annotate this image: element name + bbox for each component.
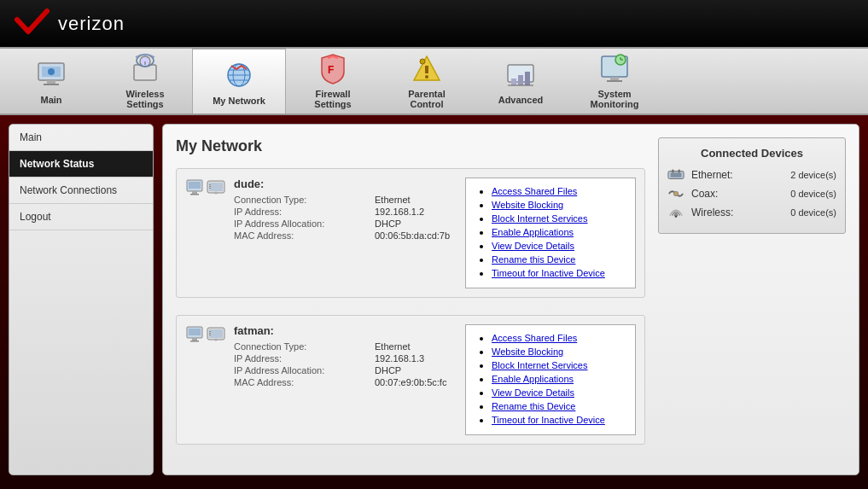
svg-rect-32 — [192, 191, 197, 194]
svg-rect-31 — [189, 182, 201, 189]
link-enable-apps-fatman[interactable]: Enable Applications — [492, 374, 574, 384]
link-website-blocking-fatman[interactable]: Website Blocking — [492, 346, 563, 357]
content-area: My Network — [162, 124, 859, 475]
list-item: Enable Applications — [492, 226, 625, 238]
link-view-details-dude[interactable]: View Device Details — [492, 241, 574, 251]
svg-rect-49 — [209, 335, 211, 335]
nav-item-main[interactable]: Main — [4, 49, 98, 114]
svg-rect-39 — [209, 188, 211, 189]
link-block-internet-fatman[interactable]: Block Internet Services — [492, 360, 588, 370]
ethernet-count: 2 device(s) — [790, 170, 836, 180]
ethernet-icon — [667, 168, 684, 182]
device-fatman-info: fatman: Connection Type: Ethernet IP Add… — [234, 324, 457, 389]
connected-row-coax: Coax: 0 device(s) — [667, 187, 836, 201]
nav-item-my-network[interactable]: My Network — [192, 49, 286, 114]
page-title: My Network — [176, 137, 645, 155]
list-item: Rename this Device — [492, 400, 625, 412]
nav-item-parental[interactable]: ParentalControl — [380, 49, 474, 114]
list-item: View Device Details — [492, 387, 625, 399]
svg-rect-38 — [209, 186, 211, 187]
svg-point-36 — [215, 192, 218, 195]
firewall-icon: F — [316, 53, 350, 85]
svg-point-54 — [673, 191, 678, 195]
device-dude-mac: MAC Address: 00:06:5b:da:cd:7b — [234, 230, 457, 241]
list-item: View Device Details — [492, 240, 625, 252]
device-fatman-mac: MAC Address: 00:07:e9:0b:5c:fc — [234, 377, 457, 387]
verizon-brand-text: verizon — [58, 13, 125, 35]
link-rename-fatman[interactable]: Rename this Device — [492, 401, 575, 411]
coax-count: 0 device(s) — [790, 189, 836, 199]
sidebar-item-network-status[interactable]: Network Status — [9, 151, 153, 178]
device-dude-ip: IP Address: 192.168.1.2 — [234, 207, 457, 217]
svg-rect-41 — [189, 329, 201, 335]
device-dude-ipalloc: IP Address Allocation: DHCP — [234, 218, 457, 229]
svg-rect-47 — [209, 331, 211, 332]
svg-rect-16 — [425, 66, 428, 73]
svg-point-46 — [215, 339, 218, 341]
coax-icon — [667, 187, 684, 201]
nav-item-advanced[interactable]: Advanced — [474, 49, 568, 114]
nav-sysmon-label: SystemMonitoring — [591, 89, 639, 109]
wireless-label: Wireless: — [691, 207, 784, 218]
sidebar-item-network-connections[interactable]: Network Connections — [9, 178, 153, 204]
svg-rect-53 — [679, 170, 680, 173]
svg-rect-42 — [192, 338, 197, 341]
navigation-bar: Main WirelessSettings My — [0, 47, 868, 115]
svg-point-55 — [675, 215, 678, 218]
advanced-icon — [504, 57, 538, 91]
link-enable-apps-dude[interactable]: Enable Applications — [492, 227, 574, 237]
list-item: Website Blocking — [492, 199, 625, 211]
nav-network-label: My Network — [213, 96, 265, 106]
connected-row-ethernet: Ethernet: 2 device(s) — [667, 168, 836, 182]
link-view-details-fatman[interactable]: View Device Details — [492, 387, 574, 398]
device-fatman-name: fatman: — [234, 324, 457, 337]
connected-devices-panel: Connected Devices Ethernet: 2 device(s) — [658, 137, 846, 234]
coax-label: Coax: — [691, 188, 784, 200]
svg-text:F: F — [328, 64, 334, 76]
connected-devices-title: Connected Devices — [667, 147, 836, 160]
svg-rect-48 — [209, 333, 211, 334]
list-item: Website Blocking — [492, 346, 625, 358]
list-item: Block Internet Services — [492, 359, 625, 371]
sidebar: Main Network Status Network Connections … — [9, 124, 154, 475]
sidebar-item-logout[interactable]: Logout — [9, 204, 153, 230]
device-fatman-links: Access Shared Files Website Blocking Blo… — [465, 324, 636, 435]
device-fatman-ip: IP Address: 192.168.1.3 — [234, 353, 457, 364]
svg-rect-35 — [209, 183, 223, 191]
list-item: Access Shared Files — [492, 185, 625, 197]
header: verizon — [0, 0, 868, 47]
list-item: Access Shared Files — [492, 332, 625, 344]
svg-rect-43 — [190, 341, 199, 342]
nav-item-firewall[interactable]: F FirewallSettings — [286, 49, 380, 114]
device-dude-links: Access Shared Files Website Blocking Blo… — [465, 178, 636, 288]
wireless-status-icon — [667, 206, 684, 219]
list-item: Rename this Device — [492, 253, 625, 265]
list-item: Enable Applications — [492, 373, 625, 385]
nav-item-wireless[interactable]: WirelessSettings — [98, 49, 192, 114]
list-item: Timeout for Inactive Device — [492, 414, 625, 426]
link-access-shared-files-fatman[interactable]: Access Shared Files — [492, 333, 577, 343]
list-item: Block Internet Services — [492, 212, 625, 224]
device-dude-conntype: Connection Type: Ethernet — [234, 195, 457, 205]
wireless-icon — [128, 53, 162, 85]
device-dude-icon — [185, 178, 225, 196]
device-dude-name: dude: — [234, 178, 457, 190]
svg-rect-37 — [209, 184, 211, 185]
system-monitoring-icon — [597, 53, 632, 85]
link-timeout-fatman[interactable]: Timeout for Inactive Device — [492, 415, 605, 425]
svg-rect-22 — [525, 72, 530, 85]
nav-parental-label: ParentalControl — [408, 89, 445, 109]
connected-row-wireless: Wireless: 0 device(s) — [667, 206, 836, 219]
svg-rect-29 — [607, 80, 622, 82]
link-block-internet-dude[interactable]: Block Internet Services — [492, 213, 588, 224]
link-website-blocking-dude[interactable]: Website Blocking — [492, 200, 563, 210]
link-rename-dude[interactable]: Rename this Device — [492, 254, 575, 265]
my-network-icon — [222, 58, 256, 92]
nav-item-sysmon[interactable]: SystemMonitoring — [568, 49, 661, 114]
svg-rect-21 — [518, 75, 523, 85]
link-timeout-dude[interactable]: Timeout for Inactive Device — [492, 268, 605, 278]
sidebar-item-main[interactable]: Main — [9, 125, 153, 151]
svg-point-17 — [425, 75, 428, 79]
link-access-shared-files-dude[interactable]: Access Shared Files — [492, 186, 577, 196]
parental-icon — [410, 53, 444, 85]
